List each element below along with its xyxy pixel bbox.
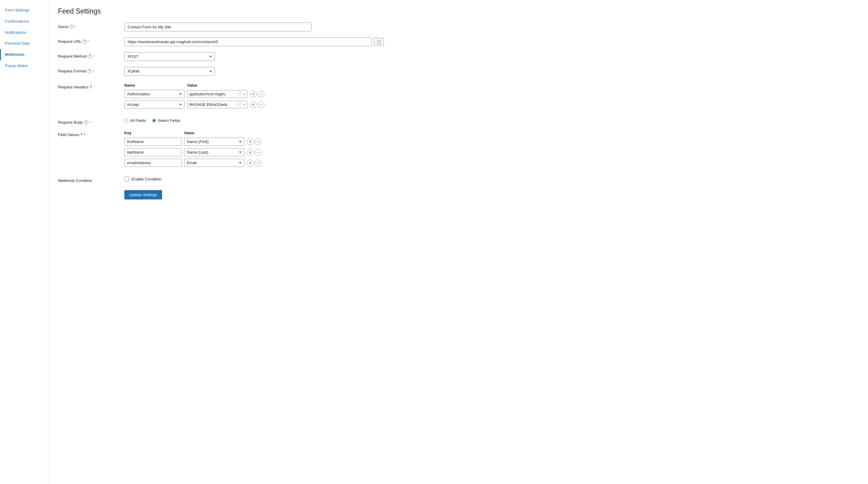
request-url-input[interactable] bbox=[124, 37, 372, 46]
header-add-button-1[interactable]: + bbox=[250, 91, 256, 97]
headers-field: Name Value Authorization Accept Content-… bbox=[124, 83, 858, 111]
field-values-help-icon[interactable]: ? bbox=[81, 132, 83, 137]
request-url-help-icon[interactable]: ? bbox=[83, 39, 87, 44]
header-value-merge-icon-1[interactable]: 📄 bbox=[237, 92, 242, 96]
update-btn-wrapper: Update Settings bbox=[58, 190, 858, 199]
request-headers-label: Request Headers ? bbox=[58, 83, 124, 89]
request-method-help-icon[interactable]: ? bbox=[88, 54, 92, 59]
radio-all-fields[interactable]: All Fields bbox=[124, 118, 146, 123]
headers-value-col-label: Value bbox=[187, 83, 247, 88]
page-title: Feed Settings bbox=[58, 7, 858, 15]
request-format-row: Request Format ? * FORM JSON XML bbox=[58, 67, 858, 76]
request-headers-section: Request Headers ? Name Value Authorizati… bbox=[58, 83, 858, 111]
webhook-condition-label: Webhook Condition bbox=[58, 176, 124, 183]
main-content: Feed Settings Name ? * Request URL ? * bbox=[48, 0, 868, 484]
name-required: * bbox=[75, 25, 76, 29]
header-value-wrapper-2: MAGHUB 3564a32aefa 📄 × bbox=[187, 101, 247, 108]
body-radio-group: All Fields Select Fields bbox=[124, 118, 858, 123]
url-input-wrapper: 📋 bbox=[124, 37, 384, 46]
radio-all-fields-label: All Fields bbox=[130, 118, 146, 123]
field-remove-button-3[interactable]: − bbox=[255, 160, 261, 166]
header-value-merge-icon-2[interactable]: 📄 bbox=[237, 102, 242, 107]
request-method-field: POST GET PUT PATCH DELETE bbox=[124, 52, 858, 61]
header-row-1: Authorization Accept Content-Type applic… bbox=[124, 90, 858, 98]
update-settings-button[interactable]: Update Settings bbox=[124, 190, 162, 199]
field-add-remove-1: + − bbox=[247, 138, 261, 145]
field-remove-button-2[interactable]: − bbox=[255, 149, 261, 156]
header-value-clear-1[interactable]: × bbox=[243, 92, 245, 96]
header-value-text-2: MAGHUB 3564a32aefa bbox=[189, 103, 236, 107]
header-name-select-2[interactable]: Authorization Accept Content-Type bbox=[124, 100, 185, 109]
request-body-required: * bbox=[89, 121, 91, 124]
sidebar-item-personal-data[interactable]: Personal Data bbox=[0, 38, 48, 49]
name-label: Name ? * bbox=[58, 23, 124, 29]
header-remove-button-2[interactable]: − bbox=[258, 101, 265, 108]
headers-name-col-label: Name bbox=[124, 83, 185, 88]
field-key-input-1[interactable] bbox=[124, 138, 182, 146]
field-add-remove-2: + − bbox=[247, 149, 261, 156]
webhook-condition-field: Enable Condition bbox=[124, 176, 858, 181]
sidebar-item-popup-maker[interactable]: Popup Maker bbox=[0, 60, 48, 71]
field-values-field: Key Value Name (First) Name (Last) Email… bbox=[124, 131, 858, 169]
request-format-select[interactable]: FORM JSON XML bbox=[124, 67, 215, 76]
header-value-wrapper-1: application/vnd.maghu 📄 × bbox=[187, 90, 247, 98]
webhook-condition-row: Webhook Condition Enable Condition bbox=[58, 176, 858, 183]
field-row-2: Name (First) Name (Last) Email + − bbox=[124, 148, 858, 156]
field-add-button-1[interactable]: + bbox=[247, 138, 253, 145]
request-url-required: * bbox=[88, 40, 89, 43]
field-values-required: * bbox=[84, 132, 85, 137]
name-field bbox=[124, 23, 858, 31]
header-add-remove-1: + − bbox=[250, 91, 265, 97]
header-value-clear-2[interactable]: × bbox=[243, 102, 245, 107]
field-row-1: Name (First) Name (Last) Email + − bbox=[124, 138, 858, 146]
request-body-row: Request Body ? * All Fields Select Field… bbox=[58, 118, 858, 125]
field-value-select-1[interactable]: Name (First) Name (Last) Email bbox=[184, 138, 245, 146]
header-name-select-1[interactable]: Authorization Accept Content-Type bbox=[124, 90, 185, 98]
sidebar-item-confirmations[interactable]: Confirmations bbox=[0, 16, 48, 27]
request-format-help-icon[interactable]: ? bbox=[87, 69, 91, 73]
request-method-label: Request Method ? * bbox=[58, 52, 124, 59]
request-url-label: Request URL ? * bbox=[58, 37, 124, 44]
request-url-row: Request URL ? * 📋 bbox=[58, 37, 858, 46]
field-value-select-2[interactable]: Name (First) Name (Last) Email bbox=[184, 148, 245, 156]
name-row: Name ? * bbox=[58, 23, 858, 31]
field-remove-button-1[interactable]: − bbox=[255, 138, 261, 145]
request-format-field: FORM JSON XML bbox=[124, 67, 858, 76]
radio-all-fields-input[interactable] bbox=[124, 119, 128, 123]
url-copy-button[interactable]: 📋 bbox=[374, 38, 384, 46]
field-value-col-label: Value bbox=[184, 131, 245, 135]
enable-condition-checkbox[interactable] bbox=[124, 176, 129, 181]
request-body-help-icon[interactable]: ? bbox=[84, 120, 88, 125]
field-add-button-2[interactable]: + bbox=[247, 149, 253, 156]
sidebar-item-notifications[interactable]: Notifications bbox=[0, 27, 48, 38]
sidebar-item-webhooks[interactable]: Webhooks bbox=[0, 49, 48, 60]
header-add-remove-2: + − bbox=[250, 101, 265, 108]
sidebar-item-form-settings[interactable]: Form Settings bbox=[0, 5, 48, 16]
field-value-select-3[interactable]: Name (First) Name (Last) Email bbox=[184, 159, 245, 167]
enable-condition-label[interactable]: Enable Condition bbox=[124, 176, 858, 181]
name-help-icon[interactable]: ? bbox=[70, 25, 74, 29]
header-remove-button-1[interactable]: − bbox=[258, 91, 265, 97]
request-url-field: 📋 bbox=[124, 37, 858, 46]
field-key-input-3[interactable] bbox=[124, 159, 182, 167]
name-input[interactable] bbox=[124, 23, 311, 31]
request-format-required: * bbox=[93, 69, 94, 73]
header-row-2: Authorization Accept Content-Type MAGHUB… bbox=[124, 100, 858, 109]
request-method-row: Request Method ? * POST GET PUT PATCH DE… bbox=[58, 52, 858, 61]
sidebar: Form Settings Confirmations Notification… bbox=[0, 0, 48, 484]
request-format-label: Request Format ? * bbox=[58, 67, 124, 73]
field-key-input-2[interactable] bbox=[124, 148, 182, 156]
field-values-section: Field Values ? * Key Value Name (First) … bbox=[58, 131, 858, 169]
field-values-label: Field Values ? * bbox=[58, 131, 124, 137]
field-add-button-3[interactable]: + bbox=[247, 160, 253, 166]
radio-select-fields[interactable]: Select Fields bbox=[152, 118, 180, 123]
request-body-field: All Fields Select Fields bbox=[124, 118, 858, 123]
field-key-col-label: Key bbox=[124, 131, 182, 135]
field-add-remove-3: + − bbox=[247, 160, 261, 166]
request-headers-help-icon[interactable]: ? bbox=[90, 85, 92, 89]
header-value-text-1: application/vnd.maghu bbox=[189, 92, 236, 96]
radio-select-fields-input[interactable] bbox=[152, 119, 156, 123]
request-body-label: Request Body ? * bbox=[58, 118, 124, 125]
request-method-select[interactable]: POST GET PUT PATCH DELETE bbox=[124, 52, 215, 61]
header-add-button-2[interactable]: + bbox=[250, 101, 256, 108]
